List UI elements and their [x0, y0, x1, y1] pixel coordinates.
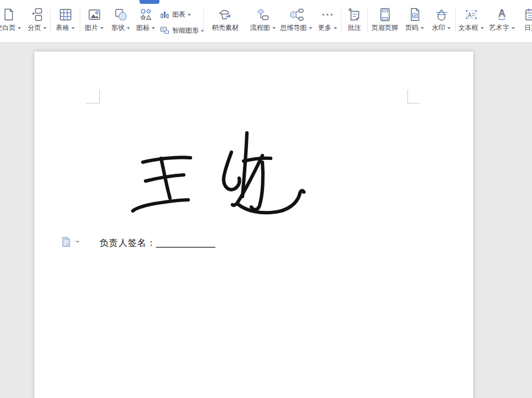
- picture-icon: [87, 7, 102, 23]
- docer-assets-icon: [217, 7, 234, 23]
- insert-ribbon-toolbar: 空白页 分页 表格: [0, 0, 532, 43]
- toolbar-item-label: 稻壳素材: [212, 24, 239, 32]
- margin-corner-mark-top-right: [407, 90, 420, 104]
- date-icon: [524, 7, 532, 23]
- toolbar-item-label: 批注: [348, 24, 361, 32]
- chevron-down-icon: [334, 27, 337, 29]
- toolbar-item-label: 形状: [111, 24, 125, 32]
- handwritten-signature[interactable]: [128, 126, 311, 223]
- chevron-down-icon: [75, 241, 80, 243]
- toolbar-item-wordart[interactable]: A 艺术字: [487, 0, 517, 42]
- chevron-down-icon: [512, 27, 515, 29]
- toolbar-item-label: 表格: [56, 24, 69, 32]
- chevron-down-icon: [100, 27, 104, 29]
- margin-corner-mark-top-left: [86, 90, 100, 104]
- toolbar-item-page-number[interactable]: # 页码: [402, 0, 427, 42]
- toolbar-item-label: 文本框: [458, 24, 478, 32]
- chevron-down-icon: [421, 27, 424, 29]
- toolbar-item-more[interactable]: 更多: [314, 0, 341, 42]
- toolbar-item-label: 空白页: [0, 24, 16, 32]
- toolbar-item-mindmap[interactable]: 思维导图: [278, 0, 314, 42]
- signature-line-label: 负责人签名：: [100, 238, 156, 247]
- chevron-down-icon: [152, 27, 155, 29]
- toolbar-item-label: 页码: [405, 24, 419, 32]
- toolbar-item-label: 智能图形: [172, 27, 199, 34]
- toolbar-item-text-box[interactable]: A 文本框: [456, 0, 487, 42]
- chevron-down-icon: [18, 27, 21, 29]
- toolbar-item-header-footer[interactable]: 页眉页脚: [368, 0, 402, 42]
- toolbar-item-label: 艺术字: [489, 24, 509, 32]
- watermark-icon: [434, 7, 449, 23]
- chevron-down-icon: [188, 14, 191, 16]
- page-number-icon: #: [407, 7, 422, 23]
- svg-text:#: #: [413, 14, 416, 18]
- toolbar-item-label: 日期: [524, 24, 532, 32]
- toolbar-item-label: 图片: [85, 24, 98, 32]
- chevron-down-icon: [309, 27, 312, 29]
- toolbar-item-comment[interactable]: 批注: [342, 0, 367, 42]
- wordart-icon: A: [494, 7, 509, 23]
- chevron-down-icon: [71, 27, 75, 29]
- smartart-icon: [160, 25, 169, 35]
- mindmap-icon: [288, 7, 304, 23]
- shapes-icon: [113, 7, 128, 23]
- active-tab-indicator[interactable]: [140, 0, 159, 4]
- chevron-down-icon: [272, 27, 276, 29]
- chart-icon: [160, 9, 169, 19]
- table-icon: [58, 7, 73, 23]
- chevron-down-icon: [447, 27, 451, 29]
- toolbar-item-label: 思维导图: [280, 24, 307, 32]
- toolbar-item-icons[interactable]: 图标: [133, 0, 158, 42]
- toolbar-item-label: 流程图: [250, 24, 270, 32]
- more-dots-icon: [320, 7, 335, 23]
- toolbar-item-smartart[interactable]: 智能图形: [158, 24, 203, 37]
- toolbar-item-picture[interactable]: 图片: [80, 0, 108, 42]
- toolbar-item-label: 分页: [28, 24, 41, 32]
- toolbar-item-label: 更多: [318, 24, 332, 32]
- toolbar-item-blank-page[interactable]: 空白页: [0, 0, 24, 42]
- signature-line-text[interactable]: 负责人签名：____________: [100, 237, 215, 249]
- chevron-down-icon: [127, 27, 130, 29]
- chevron-down-icon: [481, 27, 484, 29]
- flowchart-icon: [255, 7, 270, 23]
- toolbar-item-chart[interactable]: 图表: [158, 8, 203, 21]
- svg-text:A: A: [499, 8, 505, 19]
- chevron-down-icon: [43, 27, 47, 29]
- toolbar-item-docer-assets[interactable]: 稻壳素材: [204, 0, 247, 42]
- blank-page-icon: [1, 7, 16, 23]
- icon-library-icon: [138, 7, 153, 23]
- toolbar-item-date[interactable]: 日期: [517, 0, 532, 42]
- paste-options-icon: [61, 236, 71, 247]
- svg-text:A: A: [468, 12, 472, 18]
- document-canvas: 负责人签名：____________: [0, 43, 532, 398]
- toolbar-item-table[interactable]: 表格: [51, 0, 80, 42]
- signature-blank-line: ____________: [156, 238, 215, 247]
- toolbar-item-label: 图标: [136, 24, 149, 32]
- toolbar-item-flowchart[interactable]: 流程图: [247, 0, 278, 42]
- comment-icon: [347, 7, 362, 23]
- toolbar-item-page-break[interactable]: 分页: [24, 0, 50, 42]
- header-footer-icon: [378, 7, 392, 23]
- toolbar-item-label: 图表: [172, 11, 185, 18]
- paste-options-button[interactable]: [61, 236, 84, 248]
- toolbar-item-shapes[interactable]: 形状: [108, 0, 133, 42]
- toolbar-item-label: 页眉页脚: [371, 24, 398, 32]
- document-page[interactable]: 负责人签名：____________: [34, 51, 473, 398]
- text-box-icon: A: [464, 7, 479, 23]
- page-break-icon: [30, 7, 45, 23]
- toolbar-item-label: 水印: [432, 24, 445, 32]
- toolbar-item-watermark[interactable]: 水印: [427, 0, 455, 42]
